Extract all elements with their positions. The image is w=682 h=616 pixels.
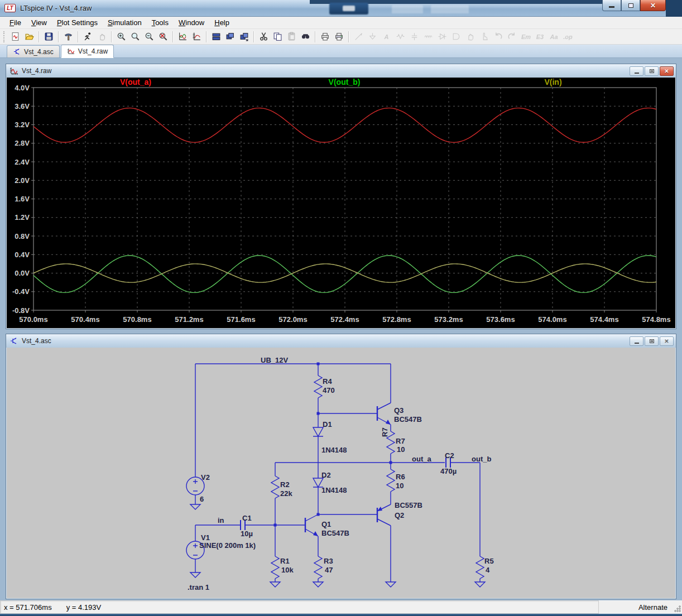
restore-button[interactable]: [621, 0, 640, 11]
window-title: LTspice IV - Vst_4.raw: [20, 4, 92, 12]
y-tick-label-2-0v: 2.0V: [15, 176, 30, 185]
ground-button: [366, 30, 380, 44]
cut-button[interactable]: [257, 30, 271, 44]
tab-label: Vst_4.raw: [78, 47, 108, 55]
menu-item-view[interactable]: View: [26, 17, 52, 28]
trace-v-out-b[interactable]: [33, 256, 656, 292]
drag-button: [477, 30, 491, 44]
copy-button[interactable]: [271, 30, 285, 44]
waveform-plot[interactable]: 4.0V3.6V3.2V2.8V2.4V2.0V1.6V1.2V0.8V0.4V…: [7, 78, 676, 329]
spice-directive-icon: .op: [563, 33, 573, 40]
find-button[interactable]: [299, 30, 313, 44]
autorange-button[interactable]: [176, 30, 190, 44]
x-tick-label-573-2ms: 573.2ms: [434, 315, 463, 324]
plot-minimize-button[interactable]: [630, 66, 643, 76]
close-button[interactable]: ✕: [640, 0, 666, 11]
schematic-label-c1-25: C1: [242, 514, 252, 522]
schematic-label-q2-21: Q2: [395, 511, 404, 519]
schematic-close-button[interactable]: ✕: [660, 336, 674, 346]
tile-vertical-button[interactable]: [209, 30, 223, 44]
schematic-label-r4-1: R4: [323, 377, 332, 386]
toolbar-drag-handle[interactable]: [3, 31, 6, 42]
diode-D1: [313, 427, 323, 436]
menu-item-help[interactable]: Help: [209, 17, 234, 28]
schematic-minimize-button[interactable]: [630, 336, 643, 346]
legend-v-out-b[interactable]: V(out_b): [329, 78, 361, 86]
schematic-window: Vst_4.asc ✕: [6, 334, 676, 599]
waveform-window-titlebar[interactable]: Vst_4.raw ✕: [6, 64, 676, 78]
redo-button: [505, 30, 519, 44]
schematic-file-icon: [9, 337, 18, 345]
tab-vst-4-raw[interactable]: Vst_4.raw: [61, 45, 114, 58]
print-button[interactable]: [332, 30, 346, 44]
legend-v-in[interactable]: V(in): [544, 78, 561, 86]
menu-item-tools[interactable]: Tools: [147, 17, 174, 28]
x-tick-label-570-8ms: 570.8ms: [123, 315, 151, 324]
zoom-full-button[interactable]: [156, 30, 170, 44]
tile-horizontal-button[interactable]: [237, 30, 251, 44]
schematic-label-22k-15: 22k: [280, 489, 292, 498]
cascade-button[interactable]: [223, 30, 237, 44]
toolbar-separator: [39, 31, 40, 42]
legend-v-out-a[interactable]: V(out_a): [120, 78, 151, 86]
schematic-label-r7-5: R7: [381, 427, 389, 437]
spice-directive-button: .op: [561, 30, 575, 44]
y-tick-label-3-2v: 3.2V: [15, 121, 30, 129]
plot-settings-button[interactable]: [190, 30, 204, 44]
source-V1-signs: [193, 543, 198, 555]
schematic-label-in-24: in: [218, 516, 224, 524]
capacitor-button: [407, 30, 421, 44]
schematic-label-1n4148-9: 1N4148: [321, 446, 347, 454]
zoom-out-icon: [145, 32, 154, 41]
y-tick-label-0-4v: 0.4V: [15, 251, 30, 259]
zoom-out-button[interactable]: [142, 30, 156, 44]
menu-item-simulation[interactable]: Simulation: [103, 17, 147, 28]
zoom-in-icon: [117, 32, 126, 41]
document-tab-strip: Vst_4.ascVst_4.raw: [0, 45, 682, 58]
menu-item-window[interactable]: Window: [174, 17, 209, 28]
ground-icon: [368, 32, 377, 41]
cursor-x-readout: x = 571.706ms: [4, 603, 52, 612]
tab-vst-4-asc[interactable]: Vst_4.asc: [7, 45, 60, 57]
toolbar-separator: [315, 31, 316, 42]
schematic-canvas[interactable]: UB_12VR4470Q3BC547BR7R710D11N4148out_aC2…: [7, 348, 675, 598]
schematic-label-tran-1-37: .tran 1: [188, 583, 209, 591]
schematic-drawing[interactable]: UB_12VR4470Q3BC547BR7R710D11N4148out_aC2…: [7, 348, 676, 599]
zoom-area-button[interactable]: [128, 30, 142, 44]
new-schematic-button[interactable]: [8, 30, 22, 44]
schematic-label-sine-0-200m-1k-28: SINE(0 200m 1k): [199, 541, 256, 550]
find-icon: [301, 32, 310, 41]
plot-restore-button[interactable]: [645, 66, 659, 76]
schematic-label-out-b-13: out_b: [472, 455, 491, 463]
toolbar-separator: [348, 31, 349, 42]
toolbar-separator: [58, 31, 59, 42]
plot-close-button[interactable]: ✕: [660, 66, 674, 76]
waveform-plot-area[interactable]: 4.0V3.6V3.2V2.8V2.4V2.0V1.6V1.2V0.8V0.4V…: [7, 78, 675, 328]
resistor-R6: [387, 469, 395, 492]
control-panel-button[interactable]: [61, 30, 75, 44]
minimize-button[interactable]: [602, 0, 621, 11]
print-preview-icon: [320, 32, 330, 41]
open-button[interactable]: [22, 30, 36, 44]
print-icon: [334, 32, 344, 41]
schematic-restore-button[interactable]: [645, 336, 659, 346]
schematic-label-10-7: 10: [397, 445, 405, 454]
wire-icon: [354, 32, 363, 41]
menu-bar: FileViewPlot SettingsSimulationToolsWind…: [0, 17, 682, 29]
undo-button: [491, 30, 505, 44]
diode-icon: [438, 32, 447, 41]
resize-grip[interactable]: [674, 605, 681, 612]
save-icon: [44, 32, 54, 41]
run-button[interactable]: [81, 30, 95, 44]
menu-item-file[interactable]: File: [4, 17, 26, 28]
background-window-ghost-tab: [392, 5, 423, 13]
mode-indicator: Alternate: [598, 600, 682, 614]
menu-item-plot-settings[interactable]: Plot Settings: [52, 17, 103, 28]
y-tick-label-0-4v: -0.4V: [12, 287, 30, 296]
zoom-in-button[interactable]: [114, 30, 128, 44]
schematic-label-10-19: 10: [396, 482, 404, 490]
print-preview-button[interactable]: [318, 30, 332, 44]
save-button[interactable]: [42, 30, 56, 44]
schematic-window-titlebar[interactable]: Vst_4.asc ✕: [6, 334, 676, 348]
copy-icon: [273, 32, 282, 41]
